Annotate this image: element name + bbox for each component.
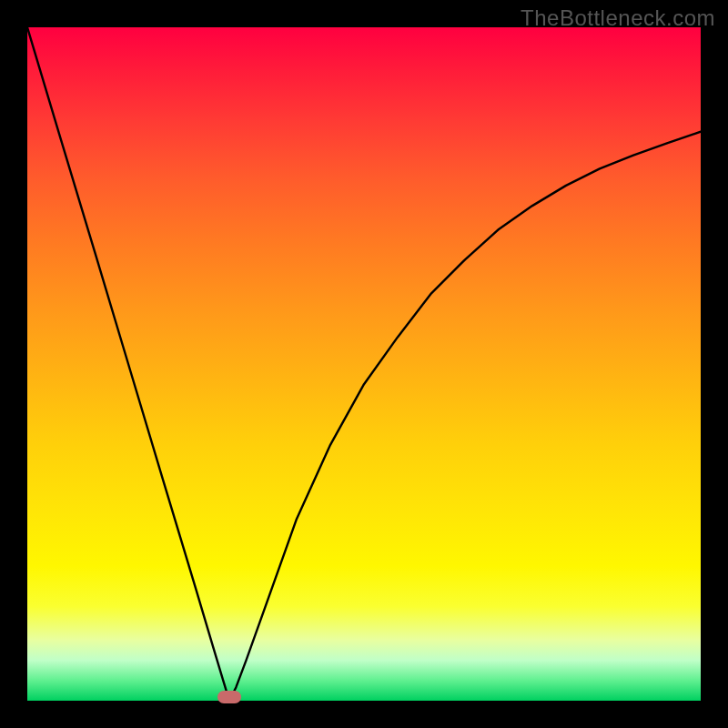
chart-frame: TheBottleneck.com	[0, 0, 728, 728]
watermark-text: TheBottleneck.com	[521, 5, 715, 31]
optimum-marker	[217, 691, 241, 703]
bottleneck-curve	[27, 27, 701, 701]
